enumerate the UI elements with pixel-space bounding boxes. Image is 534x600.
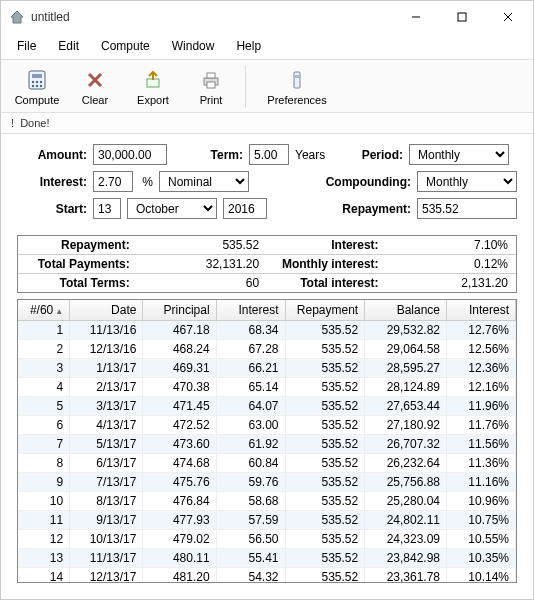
cell: 58.68 (216, 492, 285, 511)
nominal-select[interactable]: Nominal (159, 171, 249, 192)
cell: 535.52 (285, 568, 365, 583)
summary-interest-label: Interest: (267, 236, 386, 255)
col-principal[interactable]: Principal (143, 300, 216, 321)
cell: 535.52 (285, 321, 365, 340)
table-row[interactable]: 111/13/16467.1868.34535.5229,532.8212.76… (18, 321, 516, 340)
minimize-button[interactable] (393, 2, 439, 32)
table-row[interactable]: 119/13/17477.9357.59535.5224,802.1110.75… (18, 511, 516, 530)
toolbar: Compute Clear Export Print Preferences (1, 59, 533, 113)
cell: 66.21 (216, 359, 285, 378)
table-row[interactable]: 1311/13/17480.1155.41535.5223,842.9810.3… (18, 549, 516, 568)
table-row[interactable]: 1210/13/17479.0256.50535.5224,323.0910.5… (18, 530, 516, 549)
titlebar: untitled (1, 1, 533, 33)
printer-icon (197, 68, 225, 92)
menu-help[interactable]: Help (226, 35, 271, 57)
cell: 472.52 (143, 416, 216, 435)
cell: 12 (18, 530, 70, 549)
app-window: untitled File Edit Compute Window Help C… (0, 0, 534, 600)
percent-label: % (139, 175, 153, 189)
summary-totalint-label: Total interest: (267, 274, 386, 293)
table-row[interactable]: 108/13/17476.8458.68535.5225,280.0410.96… (18, 492, 516, 511)
period-label: Period: (333, 148, 403, 162)
svg-rect-5 (32, 74, 42, 78)
cell: 26,232.64 (365, 454, 447, 473)
svg-point-7 (36, 81, 38, 83)
start-year-input[interactable] (223, 198, 267, 219)
col-repayment[interactable]: Repayment (285, 300, 365, 321)
cell: 13 (18, 549, 70, 568)
cell: 26,707.32 (365, 435, 447, 454)
table-row[interactable]: 53/13/17471.4564.07535.5227,653.4411.96% (18, 397, 516, 416)
table-row[interactable]: 31/13/17469.3166.21535.5228,595.2712.36% (18, 359, 516, 378)
export-button[interactable]: Export (125, 66, 181, 108)
term-input[interactable] (249, 144, 289, 165)
grid-scroll[interactable]: #/60▲ Date Principal Interest Repayment … (18, 300, 516, 582)
start-label: Start: (17, 202, 87, 216)
menu-edit[interactable]: Edit (48, 35, 89, 57)
summary-panel: Repayment: 535.52 Interest: 7.10% Total … (17, 235, 517, 293)
col-date[interactable]: Date (70, 300, 143, 321)
cell: 469.31 (143, 359, 216, 378)
toolbar-label: Print (200, 94, 223, 106)
amount-input[interactable] (93, 144, 167, 165)
cell: 10.96% (447, 492, 516, 511)
print-button[interactable]: Print (183, 66, 239, 108)
cell: 68.34 (216, 321, 285, 340)
table-row[interactable]: 86/13/17474.6860.84535.5226,232.6411.36% (18, 454, 516, 473)
cell: 10.75% (447, 511, 516, 530)
svg-rect-14 (147, 79, 159, 87)
table-row[interactable]: 1412/13/17481.2054.32535.5223,361.7810.1… (18, 568, 516, 583)
cell: 12.36% (447, 359, 516, 378)
cell: 4/13/17 (70, 416, 143, 435)
start-day-input[interactable] (93, 198, 121, 219)
col-index[interactable]: #/60▲ (18, 300, 70, 321)
col-interest-pct[interactable]: Interest (447, 300, 516, 321)
cell: 535.52 (285, 473, 365, 492)
interest-input[interactable] (93, 171, 133, 192)
cell: 7/13/17 (70, 473, 143, 492)
summary-monthly-value: 0.12% (387, 255, 516, 274)
cell: 11.16% (447, 473, 516, 492)
cell: 12.56% (447, 340, 516, 359)
table-row[interactable]: 75/13/17473.6061.92535.5226,707.3211.56% (18, 435, 516, 454)
table-row[interactable]: 97/13/17475.7659.76535.5225,756.8811.16% (18, 473, 516, 492)
table-row[interactable]: 42/13/17470.3865.14535.5228,124.8912.16% (18, 378, 516, 397)
cell: 11.76% (447, 416, 516, 435)
cell: 475.76 (143, 473, 216, 492)
cell: 27,653.44 (365, 397, 447, 416)
cell: 14 (18, 568, 70, 583)
preferences-icon (283, 68, 311, 92)
toolbar-separator (245, 66, 255, 108)
col-balance[interactable]: Balance (365, 300, 447, 321)
compute-button[interactable]: Compute (9, 66, 65, 108)
summary-monthly-label: Monthly interest: (267, 255, 386, 274)
repayment-input[interactable] (417, 198, 517, 219)
cell: 9/13/17 (70, 511, 143, 530)
cell: 11/13/17 (70, 549, 143, 568)
compounding-select[interactable]: Monthly (417, 171, 517, 192)
cell: 535.52 (285, 359, 365, 378)
col-interest[interactable]: Interest (216, 300, 285, 321)
svg-rect-17 (207, 82, 215, 88)
period-select[interactable]: Monthly (409, 144, 509, 165)
export-icon (139, 68, 167, 92)
summary-totalpay-label: Total Payments: (18, 255, 138, 274)
cell: 1/13/17 (70, 359, 143, 378)
menu-compute[interactable]: Compute (91, 35, 160, 57)
table-row[interactable]: 64/13/17472.5263.00535.5227,180.9211.76% (18, 416, 516, 435)
maximize-button[interactable] (439, 2, 485, 32)
cell: 471.45 (143, 397, 216, 416)
cell: 54.32 (216, 568, 285, 583)
clear-button[interactable]: Clear (67, 66, 123, 108)
menu-window[interactable]: Window (162, 35, 225, 57)
toolbar-label: Export (137, 94, 169, 106)
menubar: File Edit Compute Window Help (1, 33, 533, 59)
cell: 10.14% (447, 568, 516, 583)
close-button[interactable] (485, 2, 531, 32)
cell: 55.41 (216, 549, 285, 568)
menu-file[interactable]: File (7, 35, 46, 57)
preferences-button[interactable]: Preferences (261, 66, 333, 108)
summary-totalint-value: 2,131.20 (387, 274, 516, 293)
start-month-select[interactable]: October (127, 198, 217, 219)
table-row[interactable]: 212/13/16468.2467.28535.5229,064.5812.56… (18, 340, 516, 359)
